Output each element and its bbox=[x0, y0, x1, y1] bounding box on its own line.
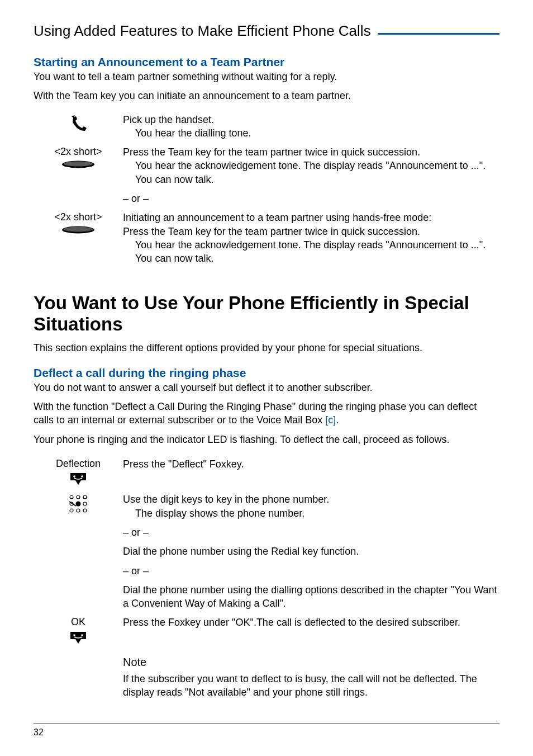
voicemail-ref-link[interactable]: [c] bbox=[325, 414, 336, 426]
svg-point-5 bbox=[81, 476, 83, 478]
svg-point-12 bbox=[70, 509, 73, 512]
softkey-icon bbox=[61, 160, 96, 169]
press1-line2: You hear the acknowledgement tone. The d… bbox=[123, 159, 499, 186]
deflect-intro2c: . bbox=[336, 414, 339, 426]
svg-point-15 bbox=[73, 634, 75, 636]
page-number: 32 bbox=[34, 727, 499, 738]
svg-point-7 bbox=[77, 495, 80, 499]
svg-point-11 bbox=[83, 502, 87, 505]
pickup-line2: You hear the dialling tone. bbox=[123, 126, 499, 140]
step-press-team-1: <2x short> Press the Team key for the te… bbox=[34, 145, 499, 186]
short-label-1: <2x short> bbox=[34, 145, 123, 158]
svg-point-4 bbox=[73, 476, 75, 478]
sub-heading-deflect: Deflect a call during the ringing phase bbox=[34, 366, 499, 380]
step-or-3: – or – bbox=[34, 564, 499, 578]
svg-point-6 bbox=[70, 495, 73, 499]
step-pickup: Pick up the handset. You hear the dialli… bbox=[34, 113, 499, 140]
note-body: If the subscriber you want to deflect to… bbox=[123, 672, 499, 700]
header-rule bbox=[378, 33, 499, 35]
keypad-icon bbox=[67, 494, 89, 516]
step-press-team-2: <2x short> Initiating an announcement to… bbox=[34, 211, 499, 265]
svg-point-8 bbox=[83, 495, 87, 499]
page-title: Using Added Features to Make Efficient P… bbox=[34, 22, 378, 40]
note-block: Note If the subscriber you want to defle… bbox=[34, 651, 499, 700]
short-label-2: <2x short> bbox=[34, 211, 123, 224]
chapter-text: Dial the phone number using the dialling… bbox=[123, 583, 499, 611]
step-or-1: – or – bbox=[34, 192, 499, 205]
page-header: Using Added Features to Make Efficient P… bbox=[34, 22, 499, 40]
deflect-intro3: Your phone is ringing and the indicator … bbox=[34, 433, 499, 446]
deflect-label: Deflection bbox=[34, 457, 123, 470]
section1-intro1: You want to tell a team partner somethin… bbox=[34, 70, 499, 83]
ok-action: Press the Foxkey under "OK".The call is … bbox=[123, 616, 499, 629]
foxkey-icon bbox=[69, 630, 88, 646]
handset-icon bbox=[68, 114, 88, 134]
step-keypad: Use the digit keys to key in the phone n… bbox=[34, 493, 499, 520]
or-text-3: – or – bbox=[123, 564, 499, 578]
step-deflect: Deflection Press the "Deflect" Foxkey. bbox=[34, 457, 499, 487]
svg-point-14 bbox=[83, 509, 87, 512]
step-ok: OK Press the Foxkey under "OK".The call … bbox=[34, 616, 499, 645]
deflect-intro2a: With the function "Deflect a Call During… bbox=[34, 401, 477, 426]
foxkey-icon bbox=[69, 471, 88, 487]
page-footer: 32 bbox=[34, 724, 499, 738]
step-redial: Dial the phone number using the Redial k… bbox=[34, 545, 499, 558]
deflect-action: Press the "Deflect" Foxkey. bbox=[123, 457, 499, 471]
svg-point-13 bbox=[77, 509, 80, 512]
or-text-2: – or – bbox=[123, 526, 499, 539]
softkey-icon bbox=[61, 225, 96, 234]
step-chapter: Dial the phone number using the dialling… bbox=[34, 583, 499, 611]
step-or-2: – or – bbox=[34, 526, 499, 539]
or-text-1: – or – bbox=[123, 192, 499, 205]
keypad-line1: Use the digit keys to key in the phone n… bbox=[123, 493, 499, 506]
svg-point-10 bbox=[76, 502, 81, 507]
press2-line2: You hear the acknowledgement tone. The d… bbox=[123, 238, 499, 266]
press2-line1: Press the Team key for the team partner … bbox=[123, 225, 499, 238]
pickup-line1: Pick up the handset. bbox=[123, 113, 499, 126]
section-heading-special: You Want to Use Your Phone Efficiently i… bbox=[34, 292, 499, 335]
svg-point-16 bbox=[81, 634, 83, 636]
press1-line1: Press the Team key for the team partner … bbox=[123, 145, 499, 159]
redial-text: Dial the phone number using the Redial k… bbox=[123, 545, 499, 558]
press2-line0: Initiating an announcement to a team par… bbox=[123, 211, 499, 224]
section-heading-announcement: Starting an Announcement to a Team Partn… bbox=[34, 55, 499, 69]
svg-point-1 bbox=[64, 161, 93, 166]
deflect-intro2: With the function "Deflect a Call During… bbox=[34, 400, 499, 427]
keypad-line2: The display shows the phone number. bbox=[123, 507, 499, 520]
svg-point-3 bbox=[64, 226, 93, 231]
footer-rule bbox=[34, 724, 499, 724]
section2-intro: This section explains the different opti… bbox=[34, 341, 499, 355]
ok-label: OK bbox=[34, 616, 123, 629]
note-heading: Note bbox=[123, 655, 499, 670]
section1-intro2: With the Team key you can initiate an an… bbox=[34, 89, 499, 102]
deflect-intro1: You do not want to answer a call yoursel… bbox=[34, 381, 499, 394]
